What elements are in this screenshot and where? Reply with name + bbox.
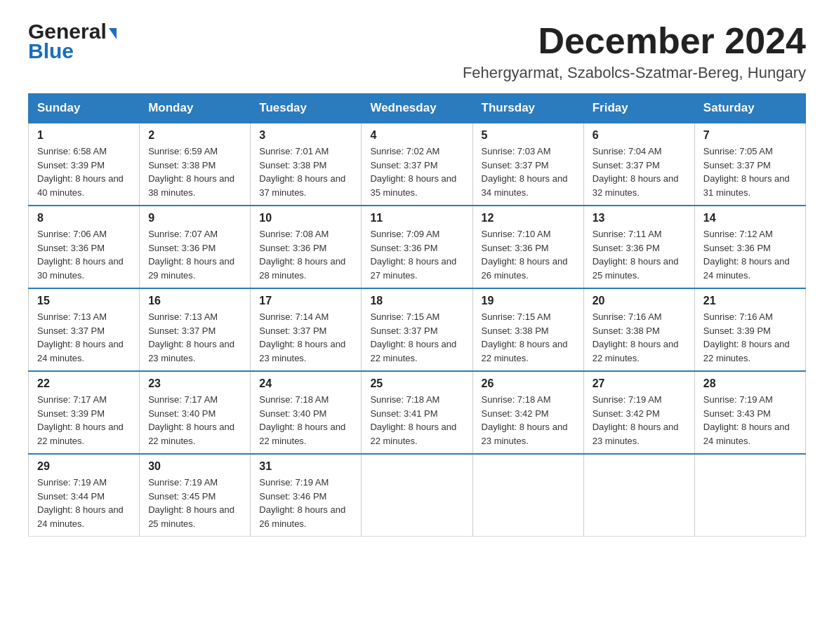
header-thursday: Thursday <box>472 94 583 123</box>
day-info: Sunrise: 7:17 AM Sunset: 3:40 PM Dayligh… <box>148 393 241 448</box>
calendar-cell: 25 Sunrise: 7:18 AM Sunset: 3:41 PM Dayl… <box>362 371 472 454</box>
calendar-cell: 18 Sunrise: 7:15 AM Sunset: 3:37 PM Dayl… <box>362 288 472 371</box>
day-number: 13 <box>593 212 686 224</box>
calendar-cell: 21 Sunrise: 7:16 AM Sunset: 3:39 PM Dayl… <box>694 288 805 371</box>
calendar-cell: 2 Sunrise: 6:59 AM Sunset: 3:38 PM Dayli… <box>140 123 251 206</box>
day-info: Sunrise: 6:59 AM Sunset: 3:38 PM Dayligh… <box>148 145 241 199</box>
calendar-cell: 19 Sunrise: 7:15 AM Sunset: 3:38 PM Dayl… <box>472 288 583 371</box>
day-info: Sunrise: 7:19 AM Sunset: 3:43 PM Dayligh… <box>703 393 797 448</box>
logo: General Blue <box>28 21 117 62</box>
calendar-cell: 15 Sunrise: 7:13 AM Sunset: 3:37 PM Dayl… <box>29 288 140 371</box>
calendar-cell: 31 Sunrise: 7:19 AM Sunset: 3:46 PM Dayl… <box>251 454 362 537</box>
day-number: 17 <box>259 295 352 307</box>
day-info: Sunrise: 7:02 AM Sunset: 3:37 PM Dayligh… <box>370 145 463 199</box>
day-number: 21 <box>703 295 797 307</box>
day-number: 4 <box>370 129 463 142</box>
calendar-cell <box>694 454 805 537</box>
day-info: Sunrise: 7:18 AM Sunset: 3:42 PM Dayligh… <box>482 393 575 448</box>
day-info: Sunrise: 7:19 AM Sunset: 3:46 PM Dayligh… <box>259 476 352 530</box>
day-number: 7 <box>703 129 797 142</box>
calendar-cell: 23 Sunrise: 7:17 AM Sunset: 3:40 PM Dayl… <box>140 371 251 454</box>
day-info: Sunrise: 7:04 AM Sunset: 3:37 PM Dayligh… <box>593 145 686 199</box>
calendar-cell: 28 Sunrise: 7:19 AM Sunset: 3:43 PM Dayl… <box>694 371 805 454</box>
day-number: 15 <box>37 295 131 307</box>
day-number: 23 <box>148 377 241 390</box>
day-info: Sunrise: 7:18 AM Sunset: 3:41 PM Dayligh… <box>370 393 463 448</box>
calendar-cell: 20 Sunrise: 7:16 AM Sunset: 3:38 PM Dayl… <box>583 288 694 371</box>
header-sunday: Sunday <box>29 94 140 123</box>
day-info: Sunrise: 7:15 AM Sunset: 3:37 PM Dayligh… <box>370 310 463 365</box>
day-number: 2 <box>148 129 241 142</box>
day-number: 25 <box>370 377 463 390</box>
day-number: 3 <box>259 129 352 142</box>
title-block: December 2024 Fehergyarmat, Szabolcs-Sza… <box>463 21 806 82</box>
day-info: Sunrise: 7:12 AM Sunset: 3:36 PM Dayligh… <box>703 227 797 282</box>
day-number: 12 <box>482 212 575 224</box>
header-saturday: Saturday <box>694 94 805 123</box>
day-info: Sunrise: 7:16 AM Sunset: 3:39 PM Dayligh… <box>703 310 797 365</box>
day-number: 18 <box>370 295 463 307</box>
calendar-cell: 26 Sunrise: 7:18 AM Sunset: 3:42 PM Dayl… <box>472 371 583 454</box>
day-info: Sunrise: 7:08 AM Sunset: 3:36 PM Dayligh… <box>259 227 352 282</box>
day-number: 9 <box>148 212 241 224</box>
calendar-cell: 29 Sunrise: 7:19 AM Sunset: 3:44 PM Dayl… <box>29 454 140 537</box>
day-info: Sunrise: 7:18 AM Sunset: 3:40 PM Dayligh… <box>259 393 352 448</box>
day-number: 1 <box>37 129 131 142</box>
day-info: Sunrise: 7:10 AM Sunset: 3:36 PM Dayligh… <box>482 227 575 282</box>
page-header: General Blue December 2024 Fehergyarmat,… <box>28 21 806 82</box>
weekday-header-row: Sunday Monday Tuesday Wednesday Thursday… <box>29 94 806 123</box>
day-info: Sunrise: 7:19 AM Sunset: 3:44 PM Dayligh… <box>37 476 131 530</box>
calendar-cell <box>472 454 583 537</box>
day-number: 19 <box>482 295 575 307</box>
day-info: Sunrise: 7:14 AM Sunset: 3:37 PM Dayligh… <box>259 310 352 365</box>
calendar-cell: 27 Sunrise: 7:19 AM Sunset: 3:42 PM Dayl… <box>583 371 694 454</box>
calendar-week-2: 8 Sunrise: 7:06 AM Sunset: 3:36 PM Dayli… <box>29 206 806 288</box>
logo-triangle-icon <box>109 28 117 39</box>
day-info: Sunrise: 7:13 AM Sunset: 3:37 PM Dayligh… <box>148 310 241 365</box>
calendar-cell: 13 Sunrise: 7:11 AM Sunset: 3:36 PM Dayl… <box>583 206 694 288</box>
day-number: 11 <box>370 212 463 224</box>
calendar-cell: 30 Sunrise: 7:19 AM Sunset: 3:45 PM Dayl… <box>140 454 251 537</box>
day-number: 27 <box>593 377 686 390</box>
day-number: 20 <box>593 295 686 307</box>
calendar-cell: 14 Sunrise: 7:12 AM Sunset: 3:36 PM Dayl… <box>694 206 805 288</box>
header-friday: Friday <box>583 94 694 123</box>
day-info: Sunrise: 7:06 AM Sunset: 3:36 PM Dayligh… <box>37 227 131 282</box>
header-tuesday: Tuesday <box>251 94 362 123</box>
calendar-cell: 4 Sunrise: 7:02 AM Sunset: 3:37 PM Dayli… <box>362 123 472 206</box>
day-info: Sunrise: 7:17 AM Sunset: 3:39 PM Dayligh… <box>37 393 131 448</box>
day-number: 14 <box>703 212 797 224</box>
day-number: 31 <box>259 460 352 473</box>
day-number: 26 <box>482 377 575 390</box>
month-title: December 2024 <box>463 21 806 61</box>
header-monday: Monday <box>140 94 251 123</box>
day-info: Sunrise: 7:09 AM Sunset: 3:36 PM Dayligh… <box>370 227 463 282</box>
calendar-cell: 11 Sunrise: 7:09 AM Sunset: 3:36 PM Dayl… <box>362 206 472 288</box>
calendar-cell: 7 Sunrise: 7:05 AM Sunset: 3:37 PM Dayli… <box>694 123 805 206</box>
day-info: Sunrise: 7:13 AM Sunset: 3:37 PM Dayligh… <box>37 310 131 365</box>
calendar-cell: 9 Sunrise: 7:07 AM Sunset: 3:36 PM Dayli… <box>140 206 251 288</box>
calendar-cell: 1 Sunrise: 6:58 AM Sunset: 3:39 PM Dayli… <box>29 123 140 206</box>
day-info: Sunrise: 7:01 AM Sunset: 3:38 PM Dayligh… <box>259 145 352 199</box>
day-number: 29 <box>37 460 131 473</box>
day-number: 28 <box>703 377 797 390</box>
calendar-week-4: 22 Sunrise: 7:17 AM Sunset: 3:39 PM Dayl… <box>29 371 806 454</box>
day-info: Sunrise: 7:05 AM Sunset: 3:37 PM Dayligh… <box>703 145 797 199</box>
calendar-header: Sunday Monday Tuesday Wednesday Thursday… <box>29 94 806 123</box>
day-number: 30 <box>148 460 241 473</box>
calendar-cell: 10 Sunrise: 7:08 AM Sunset: 3:36 PM Dayl… <box>251 206 362 288</box>
calendar-table: Sunday Monday Tuesday Wednesday Thursday… <box>28 93 806 537</box>
header-wednesday: Wednesday <box>362 94 472 123</box>
location-title: Fehergyarmat, Szabolcs-Szatmar-Bereg, Hu… <box>463 64 806 82</box>
calendar-week-1: 1 Sunrise: 6:58 AM Sunset: 3:39 PM Dayli… <box>29 123 806 206</box>
calendar-cell: 8 Sunrise: 7:06 AM Sunset: 3:36 PM Dayli… <box>29 206 140 288</box>
day-info: Sunrise: 7:19 AM Sunset: 3:42 PM Dayligh… <box>593 393 686 448</box>
day-info: Sunrise: 7:16 AM Sunset: 3:38 PM Dayligh… <box>593 310 686 365</box>
calendar-cell: 5 Sunrise: 7:03 AM Sunset: 3:37 PM Dayli… <box>472 123 583 206</box>
day-info: Sunrise: 7:19 AM Sunset: 3:45 PM Dayligh… <box>148 476 241 530</box>
calendar-week-3: 15 Sunrise: 7:13 AM Sunset: 3:37 PM Dayl… <box>29 288 806 371</box>
calendar-cell: 3 Sunrise: 7:01 AM Sunset: 3:38 PM Dayli… <box>251 123 362 206</box>
calendar-cell <box>362 454 472 537</box>
calendar-cell: 17 Sunrise: 7:14 AM Sunset: 3:37 PM Dayl… <box>251 288 362 371</box>
day-info: Sunrise: 7:03 AM Sunset: 3:37 PM Dayligh… <box>482 145 575 199</box>
